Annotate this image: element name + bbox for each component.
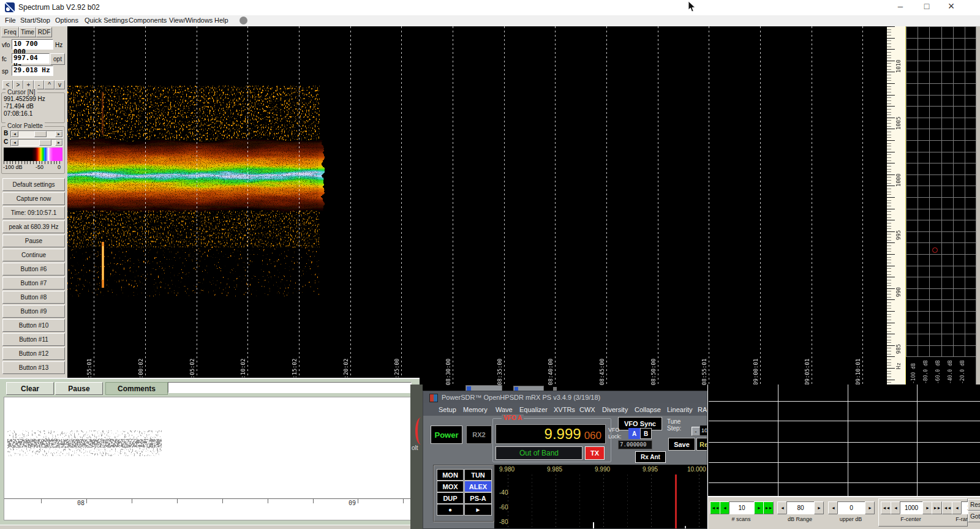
- pause-button[interactable]: Pause: [2, 234, 65, 247]
- menu-quick-settings[interactable]: Quick Settings: [85, 17, 128, 24]
- vfo-lock-b-button[interactable]: B: [640, 428, 652, 439]
- nav-right-button[interactable]: >: [13, 80, 23, 89]
- reset-button[interactable]: Reset: [968, 499, 980, 511]
- frange-decrease-button[interactable]: ◄: [952, 501, 962, 514]
- psdr-menu-wave[interactable]: Wave: [496, 406, 513, 413]
- button-6[interactable]: Button #6: [2, 263, 65, 276]
- psdr-menu-ra[interactable]: RA: [698, 406, 707, 413]
- psdr-menu-memory[interactable]: Memory: [463, 406, 488, 413]
- scope-plot[interactable]: 08 09: [4, 397, 413, 520]
- comments-input[interactable]: [168, 382, 412, 393]
- menu-components[interactable]: Components: [129, 17, 167, 24]
- palette-c-thumb[interactable]: [39, 140, 51, 146]
- dbrange-value[interactable]: 80: [786, 501, 815, 514]
- slider-left-arrow-icon[interactable]: ◄: [11, 131, 18, 137]
- nav-up-button[interactable]: ^: [44, 80, 55, 89]
- tab-time[interactable]: Time: [19, 27, 36, 37]
- time-display-button[interactable]: Time: 09:10:57.1: [2, 206, 65, 219]
- vfo-input[interactable]: 10 700 000: [12, 39, 53, 50]
- menu-options[interactable]: Options: [55, 17, 78, 24]
- button-9[interactable]: Button #9: [2, 305, 65, 318]
- scans-value[interactable]: 10: [729, 501, 755, 514]
- psdr-menu-setup[interactable]: Setup: [439, 406, 456, 413]
- frequency-ruler[interactable]: 1010 1005 1000 995 990 985 Hz: [887, 26, 906, 385]
- button-12[interactable]: Button #12: [2, 347, 65, 360]
- button-8[interactable]: Button #8: [2, 291, 65, 304]
- tune-step-minus-button[interactable]: -: [692, 427, 700, 436]
- dbrange-increase-button[interactable]: ►: [814, 501, 824, 514]
- scans-increase-button[interactable]: ►: [754, 501, 764, 514]
- button-11[interactable]: Button #11: [2, 333, 65, 346]
- play-button[interactable]: ►: [464, 504, 492, 516]
- psdr-menu-equalizer[interactable]: Equalizer: [519, 406, 548, 413]
- psa-button[interactable]: PS-A: [464, 492, 492, 504]
- nav-down-button[interactable]: v: [55, 80, 65, 89]
- psdr-menu-linearity[interactable]: Linearity: [667, 406, 693, 413]
- fcenter-decrease-button[interactable]: ◄: [891, 501, 900, 514]
- vfo-lock-a-button[interactable]: A: [628, 428, 640, 439]
- button-13[interactable]: Button #13: [2, 361, 65, 374]
- upperdb-increase-button[interactable]: ►: [865, 501, 875, 514]
- nav-left-button[interactable]: <: [2, 80, 13, 89]
- opt-button[interactable]: opt: [50, 53, 65, 65]
- default-settings-button[interactable]: Default settings: [2, 178, 65, 191]
- scope-pause-button[interactable]: Pause: [55, 382, 103, 395]
- record-button[interactable]: ●: [437, 504, 464, 516]
- menu-file[interactable]: File: [5, 17, 16, 24]
- peak-display-button[interactable]: peak at 680.39 Hz: [2, 220, 65, 233]
- palette-c-slider[interactable]: ◄ ►: [10, 139, 63, 146]
- power-button[interactable]: Power: [431, 426, 462, 444]
- spectrum-graph[interactable]: [906, 26, 976, 357]
- goto-button[interactable]: Goto: [968, 511, 980, 522]
- upperdb-value[interactable]: 0: [837, 501, 865, 514]
- fcenter-value[interactable]: 1000: [900, 501, 923, 514]
- palette-b-thumb[interactable]: [34, 131, 47, 137]
- slider-left-arrow-icon[interactable]: ◄: [11, 140, 18, 146]
- scans-increase-fast-button[interactable]: ►►: [763, 501, 774, 514]
- clear-button[interactable]: Clear: [6, 382, 54, 395]
- fcenter-decrease-fast-button[interactable]: ◄◄: [881, 501, 891, 514]
- psdr-menu-diversity[interactable]: Diversity: [602, 406, 628, 413]
- tab-freq[interactable]: Freq: [1, 27, 19, 37]
- save-button[interactable]: Save: [668, 438, 695, 451]
- rx2-button[interactable]: RX2: [466, 426, 492, 444]
- maximize-button[interactable]: □: [918, 1, 936, 15]
- button-10[interactable]: Button #10: [2, 319, 65, 332]
- sp-input[interactable]: 29.018 Hz: [12, 66, 53, 76]
- fc-input[interactable]: 997.04 Hz: [12, 53, 50, 64]
- capture-now-button[interactable]: Capture now: [2, 192, 65, 205]
- fcenter-increase-fast-button[interactable]: ►►: [932, 501, 942, 514]
- slider-right-arrow-icon[interactable]: ►: [55, 140, 62, 146]
- waterfall-display[interactable]: 07:55:01 08:00:02 08:05:02 08:10:02 08:1…: [67, 26, 887, 391]
- tx-button[interactable]: TX: [585, 446, 605, 460]
- dup-button[interactable]: DUP: [437, 492, 464, 504]
- rx-ant-button[interactable]: Rx Ant: [635, 451, 666, 463]
- alex-button[interactable]: ALEX: [464, 481, 492, 492]
- button-7[interactable]: Button #7: [2, 277, 65, 290]
- continue-button[interactable]: Continue: [2, 249, 65, 261]
- tab-rdf[interactable]: RDF: [36, 27, 52, 37]
- tun-button[interactable]: TUN: [464, 469, 492, 481]
- mon-button[interactable]: MON: [437, 469, 464, 481]
- psdr-menu-collapse[interactable]: Collapse: [635, 406, 661, 413]
- vfo-a-frequency-display[interactable]: 9.999 060: [496, 424, 606, 444]
- nav-minus-button[interactable]: -: [34, 80, 44, 89]
- palette-b-slider[interactable]: ◄ ►: [10, 130, 63, 138]
- panadapter[interactable]: 9.980 9.985 9.990 9.995 10.000 -40 -60 -…: [494, 465, 707, 529]
- scans-decrease-fast-button[interactable]: ◄◄: [710, 501, 720, 514]
- upperdb-decrease-button[interactable]: ◄: [828, 501, 838, 514]
- menu-view-windows[interactable]: View/Windows: [169, 17, 213, 24]
- powersdr-titlebar[interactable]: PowerSDR™ OpenHPSDR mRX PS v3.4.9 (3/19/…: [423, 391, 707, 403]
- dbrange-decrease-button[interactable]: ◄: [777, 501, 787, 514]
- fcenter-increase-button[interactable]: ►: [922, 501, 932, 514]
- minimize-button[interactable]: –: [891, 1, 910, 14]
- psdr-menu-xvtrs[interactable]: XVTRs: [554, 406, 575, 413]
- restore-button[interactable]: Re: [696, 438, 707, 451]
- mox-button[interactable]: MOX: [437, 481, 464, 492]
- grid-plot[interactable]: [708, 385, 980, 496]
- slider-right-arrow-icon[interactable]: ►: [55, 131, 62, 137]
- scans-decrease-button[interactable]: ◄: [720, 501, 729, 514]
- menu-start-stop[interactable]: Start/Stop: [20, 17, 50, 24]
- psdr-menu-cwx[interactable]: CWX: [579, 406, 595, 413]
- frange-decrease-fast-button[interactable]: ◄◄: [942, 501, 952, 514]
